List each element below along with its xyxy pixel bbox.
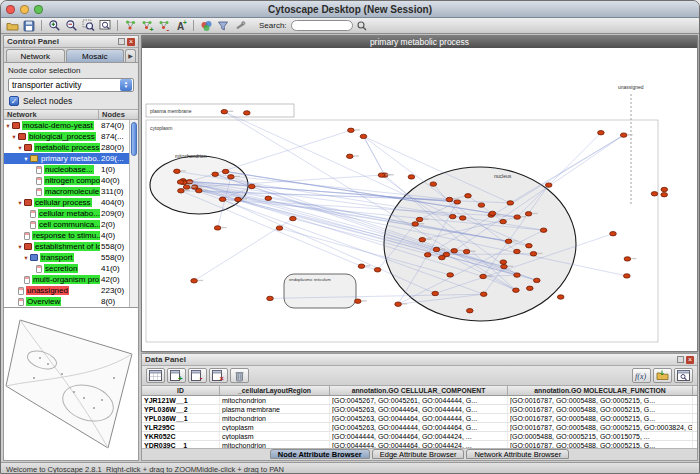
tree-indent bbox=[4, 235, 16, 236]
tree-row-nucleobase[interactable]: nucleobase...1(0) bbox=[4, 164, 138, 175]
tree-column-headers[interactable]: Network Nodes bbox=[4, 109, 138, 120]
tree-row-cellular-process[interactable]: ▼cellular process404(0) bbox=[4, 197, 138, 208]
column-header-id[interactable]: ID bbox=[142, 386, 220, 395]
first-neighbors-button[interactable] bbox=[122, 19, 138, 33]
trash-icon bbox=[234, 370, 245, 382]
control-panel-tabs: Network Mosaic ▶ bbox=[4, 48, 138, 63]
tree-expand-icon[interactable]: ▼ bbox=[22, 156, 30, 162]
plugin-manager-button[interactable] bbox=[232, 19, 248, 33]
zoom-out-button[interactable] bbox=[63, 19, 79, 33]
save-session-button[interactable] bbox=[21, 19, 37, 33]
tab-mosaic[interactable]: Mosaic bbox=[66, 49, 125, 62]
table-cell: [GO:0045263, GO:0044444, GO:0044464, G..… bbox=[330, 423, 508, 431]
tree-node-count: 209(0) bbox=[100, 209, 129, 218]
zoom-in-button[interactable] bbox=[46, 19, 62, 33]
tree-row-establishment-of-lo[interactable]: ▼establishment of lo...558(0) bbox=[4, 241, 138, 252]
tree-row-metabolic-process[interactable]: ▼metabolic process280(0) bbox=[4, 142, 138, 153]
select-attributes-button[interactable] bbox=[146, 368, 165, 383]
tree-row-multi-organism-pro[interactable]: multi-organism pro...42(0) bbox=[4, 274, 138, 285]
svg-text:+: + bbox=[178, 374, 183, 382]
table-row-yjr121w__1[interactable]: YJR121W__1mitochondrion[GO:0045267, GO:0… bbox=[142, 396, 697, 405]
dropdown-selected-value: transporter activity bbox=[9, 80, 120, 90]
tree-expand-icon[interactable]: ▼ bbox=[22, 255, 30, 261]
red-folder-icon bbox=[12, 122, 20, 129]
tree-expand-icon[interactable]: ▼ bbox=[4, 123, 12, 129]
attribute-table-header[interactable]: ID_cellularLayoutRegionannotation.GO CEL… bbox=[142, 386, 697, 396]
table-cell: YDR039C__1 bbox=[142, 441, 220, 448]
search-input[interactable] bbox=[291, 20, 353, 31]
attribute-table-body[interactable]: YJR121W__1mitochondrion[GO:0045267, GO:0… bbox=[142, 396, 697, 448]
node-color-attribute-dropdown[interactable]: transporter activity ▲▼ bbox=[8, 78, 134, 92]
filters-button[interactable] bbox=[215, 19, 231, 33]
table-row-ypl036w__2[interactable]: YPL036W__2plasma membrane[GO:0045263, GO… bbox=[142, 405, 697, 414]
network-canvas[interactable]: plasma membranecytoplasmmitochondrionnuc… bbox=[142, 48, 697, 351]
tree-row-transport[interactable]: ▼transport558(0) bbox=[4, 252, 138, 263]
window-titlebar[interactable]: Cytoscape Desktop (New Session) bbox=[1, 1, 699, 18]
network-tree[interactable]: ▼mosaic-demo-yeast874(0)▼biological_proc… bbox=[4, 120, 138, 307]
tree-row-cellular-metabo[interactable]: cellular metabo...209(0) bbox=[4, 208, 138, 219]
tree-expand-icon[interactable]: ▼ bbox=[16, 244, 24, 250]
table-row-ykr052c[interactable]: YKR052Ccytoplasm[GO:0044444, GO:0044464,… bbox=[142, 432, 697, 441]
close-panel-icon[interactable]: × bbox=[127, 38, 135, 46]
tree-row-cell-communica[interactable]: cell communica...2(0) bbox=[4, 219, 138, 230]
formula-builder-button[interactable]: f(x) bbox=[632, 368, 651, 383]
tree-row-response-to-stimu[interactable]: response to stimu...4(0) bbox=[4, 230, 138, 241]
float-panel-icon[interactable] bbox=[677, 356, 684, 363]
tree-row-nitrogen-compo[interactable]: nitrogen compo...40(0) bbox=[4, 175, 138, 186]
tree-expand-icon[interactable]: ▼ bbox=[16, 200, 24, 206]
network-view-frame[interactable]: primary metabolic process plasma membran… bbox=[141, 35, 698, 352]
svg-text:mitochondrion: mitochondrion bbox=[175, 153, 207, 159]
open-session-button[interactable] bbox=[4, 19, 20, 33]
delete-table-button[interactable] bbox=[230, 368, 249, 383]
tree-row-secretion[interactable]: secretion41(0) bbox=[4, 263, 138, 274]
tree-expand-icon[interactable]: ▼ bbox=[10, 134, 18, 140]
tree-scrollbar-thumb[interactable] bbox=[131, 122, 137, 156]
new-network-from-selection-icon: + bbox=[141, 19, 154, 32]
tab-network-attribute-browser[interactable]: Network Attribute Browser bbox=[466, 449, 569, 459]
tree-scrollbar[interactable] bbox=[129, 120, 138, 307]
table-row-ylr295c[interactable]: YLR295Ccytoplasm[GO:0045263, GO:0044444,… bbox=[142, 423, 697, 432]
delete-attribute-button[interactable]: - bbox=[188, 368, 207, 383]
zoom-fit-button[interactable] bbox=[97, 19, 113, 33]
browse-attributes-button[interactable] bbox=[674, 368, 693, 383]
select-nodes-row: ✓ Select nodes bbox=[4, 94, 138, 109]
column-header-nodes[interactable]: Nodes bbox=[99, 110, 138, 119]
close-panel-icon[interactable]: × bbox=[686, 356, 694, 364]
table-row-ydr039c__1[interactable]: YDR039C__1mitochondrion[GO:0044444, GO:0… bbox=[142, 441, 697, 448]
network-view-title[interactable]: primary metabolic process bbox=[142, 36, 697, 48]
main-toolbar: + - A+ Search: bbox=[1, 18, 699, 34]
clear-attribute-button[interactable]: × bbox=[209, 368, 228, 383]
column-header-annotation-go-cellular-component[interactable]: annotation.GO CELLULAR_COMPONENT bbox=[330, 386, 508, 395]
tab-overflow-arrow-icon[interactable]: ▶ bbox=[125, 49, 136, 62]
search-options-button[interactable] bbox=[354, 19, 370, 33]
select-nodes-checkbox[interactable]: ✓ bbox=[9, 96, 19, 106]
destroy-network-button[interactable]: - bbox=[156, 19, 172, 33]
new-network-from-selection-button[interactable]: + bbox=[139, 19, 155, 33]
column-header--cellularlayoutregion[interactable]: _cellularLayoutRegion bbox=[220, 386, 330, 395]
node-color-selection-label: Node color selection bbox=[4, 63, 138, 76]
tree-row-primary-metabo[interactable]: ▼primary metabo...209(... bbox=[4, 153, 138, 164]
tree-expand-icon[interactable]: ▼ bbox=[16, 145, 24, 151]
float-panel-icon[interactable] bbox=[118, 38, 125, 45]
table-row-ypl036w__1[interactable]: YPL036W__1mitochondrion[GO:0045263, GO:0… bbox=[142, 414, 697, 423]
tree-row-macromolecule[interactable]: macromolecule...311(0) bbox=[4, 186, 138, 197]
tree-row-overview[interactable]: Overview8(0) bbox=[4, 296, 138, 307]
control-panel-header: Control Panel × bbox=[4, 36, 138, 48]
tab-edge-attribute-browser[interactable]: Edge Attribute Browser bbox=[372, 449, 465, 459]
annotations-button[interactable]: A+ bbox=[173, 19, 189, 33]
tree-row-unassigned[interactable]: unassigned223(0) bbox=[4, 285, 138, 296]
tree-row-biological-process[interactable]: ▼biological_process874(... bbox=[4, 131, 138, 142]
dropdown-arrows-icon[interactable]: ▲▼ bbox=[120, 79, 132, 91]
tab-network[interactable]: Network bbox=[6, 49, 65, 62]
vizmapper-button[interactable] bbox=[198, 19, 214, 33]
tab-node-attribute-browser[interactable]: Node Attribute Browser bbox=[270, 449, 370, 459]
column-header-annotation-go-molecular-function[interactable]: annotation.GO MOLECULAR_FUNCTION bbox=[508, 386, 693, 395]
create-attribute-button[interactable]: + bbox=[167, 368, 186, 383]
zoom-selected-region-button[interactable] bbox=[80, 19, 96, 33]
tree-label: metabolic process bbox=[34, 143, 100, 152]
tree-row-mosaic-demo-yeast[interactable]: ▼mosaic-demo-yeast874(0) bbox=[4, 120, 138, 131]
zoom-out-icon bbox=[65, 19, 78, 32]
column-header-network[interactable]: Network bbox=[4, 110, 99, 119]
birdseye-overview[interactable] bbox=[4, 307, 138, 460]
import-attributes-button[interactable] bbox=[653, 368, 672, 383]
